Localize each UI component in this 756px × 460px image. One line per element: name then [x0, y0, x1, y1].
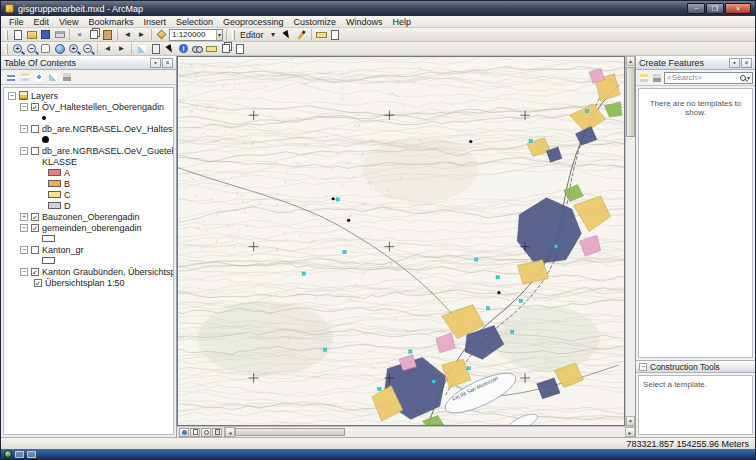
scroll-up-icon[interactable]: ▲: [626, 56, 635, 66]
menu-help[interactable]: Help: [388, 16, 417, 27]
close-button[interactable]: ×: [725, 3, 751, 14]
legend-class-row[interactable]: D: [4, 200, 173, 211]
topographic-map[interactable]: Lej da San Murezzan: [178, 57, 624, 425]
collapse-toggle[interactable]: −: [8, 92, 16, 100]
layer-checkbox[interactable]: ✓: [31, 103, 39, 111]
attributes-button[interactable]: [329, 28, 342, 41]
layer-checkbox[interactable]: [31, 125, 39, 133]
editor-dropdown-icon[interactable]: ▾: [267, 28, 280, 41]
construction-tools-area[interactable]: Select a template.: [638, 375, 753, 435]
toc-layer-oev-haltestellen[interactable]: − ✓ ÖV_Haltestellen_Oberengadin: [4, 101, 173, 112]
menu-customize[interactable]: Customize: [289, 16, 342, 27]
menu-bookmarks[interactable]: Bookmarks: [83, 16, 138, 27]
refresh-view-button[interactable]: [201, 428, 211, 437]
zoom-in-icon[interactable]: +: [11, 42, 24, 55]
pin-icon[interactable]: ▪: [729, 58, 740, 68]
select-features-button[interactable]: [135, 42, 148, 55]
pin-icon[interactable]: ▪: [150, 58, 161, 68]
map-scale-combobox[interactable]: 1:120000 ▾: [169, 29, 223, 41]
menu-geoprocessing[interactable]: Geoprocessing: [218, 16, 289, 27]
template-list-area[interactable]: There are no templates to show.: [638, 88, 753, 358]
cut-icon[interactable]: ×: [73, 28, 86, 41]
html-popup-button[interactable]: [233, 42, 246, 55]
menu-edit[interactable]: Edit: [29, 16, 55, 27]
layer-checkbox[interactable]: ✓: [31, 213, 39, 221]
layer-checkbox[interactable]: ✓: [31, 224, 39, 232]
copy-button[interactable]: [87, 28, 100, 41]
minimize-button[interactable]: −: [687, 3, 705, 14]
menu-selection[interactable]: Selection: [171, 16, 218, 27]
toolbar-grip[interactable]: [5, 30, 8, 40]
collapse-toggle[interactable]: −: [20, 147, 28, 155]
menu-file[interactable]: File: [4, 16, 29, 27]
expand-toggle[interactable]: +: [20, 213, 28, 221]
layer-checkbox[interactable]: ✓: [34, 279, 42, 287]
menu-windows[interactable]: Windows: [341, 16, 388, 27]
collapse-toggle[interactable]: −: [20, 246, 28, 254]
list-by-visibility-icon[interactable]: [33, 72, 44, 83]
start-button[interactable]: [4, 450, 12, 458]
close-icon[interactable]: ×: [162, 58, 173, 68]
collapse-toggle[interactable]: −: [20, 103, 28, 111]
toc-layer-bauzonen[interactable]: + ✓ Bauzonen_Oberengadin: [4, 211, 173, 222]
toc-layer-gemeinden[interactable]: − ✓ gemeinden_oberengadin: [4, 222, 173, 233]
layout-view-button[interactable]: [190, 428, 200, 437]
toolbar-grip[interactable]: [232, 30, 235, 40]
toc-layer-uebersichtsplan-group[interactable]: − ✓ Kanton Graubünden, Übersichtsplan: [4, 266, 173, 277]
create-features-button[interactable]: [315, 28, 328, 41]
scroll-left-icon[interactable]: ◄: [225, 427, 235, 437]
pause-drawing-button[interactable]: [212, 428, 222, 437]
undo-button[interactable]: ◄: [121, 28, 134, 41]
template-properties-icon[interactable]: [651, 72, 662, 83]
close-icon[interactable]: ×: [741, 58, 752, 68]
find-icon[interactable]: [191, 42, 204, 55]
print-button[interactable]: [53, 28, 66, 41]
back-extent-button[interactable]: ◄: [101, 42, 114, 55]
chevron-down-icon[interactable]: ▾: [216, 30, 222, 40]
toc-root-layers[interactable]: − Layers: [4, 90, 173, 101]
toc-layer-gueteklassen[interactable]: − db_are.NGRBASEL.OeV_Gueteklassen_ARE: [4, 145, 173, 156]
save-button[interactable]: [39, 28, 52, 41]
sketch-tool-button[interactable]: [295, 28, 308, 41]
legend-class-row[interactable]: B: [4, 178, 173, 189]
collapse-toggle[interactable]: −: [639, 363, 647, 371]
map-canvas[interactable]: Lej da San Murezzan: [177, 56, 625, 426]
data-view-button[interactable]: [179, 428, 189, 437]
pan-icon[interactable]: [39, 42, 52, 55]
menu-insert[interactable]: Insert: [138, 16, 171, 27]
scroll-down-icon[interactable]: ▼: [626, 416, 635, 426]
new-document-button[interactable]: [11, 28, 24, 41]
layer-checkbox[interactable]: [31, 246, 39, 254]
layer-checkbox[interactable]: [31, 147, 39, 155]
menu-view[interactable]: View: [54, 16, 83, 27]
horizontal-scroll-thumb[interactable]: [235, 428, 345, 436]
map-vertical-scrollbar[interactable]: ▲ ▼: [625, 56, 635, 426]
vertical-scroll-thumb[interactable]: [626, 67, 635, 137]
legend-class-row[interactable]: A: [4, 167, 173, 178]
map-horizontal-scrollbar[interactable]: ◄ ►: [177, 426, 635, 437]
organize-templates-icon[interactable]: [638, 72, 649, 83]
collapse-toggle[interactable]: −: [20, 268, 28, 276]
legend-class-row[interactable]: C: [4, 189, 173, 200]
forward-extent-button[interactable]: ►: [115, 42, 128, 55]
go-to-xy-button[interactable]: [219, 42, 232, 55]
fixed-zoom-out-icon[interactable]: −: [81, 42, 94, 55]
construction-tools-header[interactable]: − Construction Tools: [636, 360, 755, 373]
redo-button[interactable]: ►: [135, 28, 148, 41]
toc-layer-are-haltestellen[interactable]: − db_are.NGRBASEL.OeV_Haltestellen_ARE: [4, 123, 173, 134]
open-document-button[interactable]: [25, 28, 38, 41]
editor-toolbar-label[interactable]: Editor: [238, 30, 266, 40]
fixed-zoom-in-icon[interactable]: +: [67, 42, 80, 55]
select-elements-button[interactable]: [163, 42, 176, 55]
identify-icon[interactable]: i: [177, 42, 190, 55]
clear-selection-button[interactable]: [149, 42, 162, 55]
toc-layer-kanton-gr[interactable]: − Kanton_gr: [4, 244, 173, 255]
collapse-toggle[interactable]: −: [20, 125, 28, 133]
layer-checkbox[interactable]: ✓: [31, 268, 39, 276]
maximize-button[interactable]: ❐: [706, 3, 724, 14]
taskbar-app-icon[interactable]: [27, 451, 36, 458]
zoom-out-icon[interactable]: −: [25, 42, 38, 55]
toolbar-grip[interactable]: [5, 44, 8, 54]
measure-icon[interactable]: [205, 42, 218, 55]
list-by-drawing-order-icon[interactable]: [5, 72, 16, 83]
